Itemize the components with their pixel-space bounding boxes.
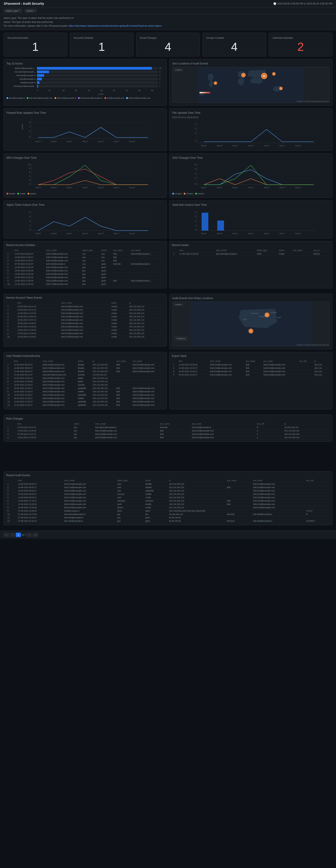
row-num: 4 <box>6 262 13 266</box>
table-cell: Bob <box>112 252 130 255</box>
table-cell: bob1234@example.com <box>262 366 298 370</box>
svg-text:1: 1 <box>195 224 196 226</box>
guide-link[interactable]: https://developer.1password.com/docs/eve… <box>68 24 161 27</box>
table-cell: 02-05-2024 12:45:27 <box>177 373 209 376</box>
bar-fill <box>37 67 152 70</box>
table-cell <box>225 509 252 513</box>
table-row: 107-08-2024 15:40:20bob-admin@example.io… <box>172 252 330 255</box>
svg-text:0: 0 <box>37 89 38 92</box>
table-cell <box>130 259 164 262</box>
table-row: 114-08-2024 18:55:36bob1234@example.comB… <box>172 363 330 366</box>
svg-text:Nanchang: Nanchang <box>251 312 258 314</box>
table-row: 1107-08-2024 15:42:07bob-bob@example.iog… <box>6 516 330 519</box>
table-cell <box>305 502 330 506</box>
table-cell: bob1234@example.com <box>63 482 116 486</box>
row-num: 5 <box>6 266 13 269</box>
table-cell: bob1234@example.com <box>252 496 305 499</box>
table-cell: Bob <box>115 397 131 400</box>
table-cell: 163.116.205.153 <box>167 486 225 489</box>
row-num: 2 <box>6 308 16 311</box>
table-cell: 163.116.205.114 <box>128 311 164 315</box>
file-uploads-chart: File Uploads Over Time 2024-08-16 to 202… <box>169 108 332 151</box>
bar-row: bob@example.io 2 <box>6 81 164 84</box>
table-cell: Bob <box>225 499 252 502</box>
bar-fill <box>37 74 44 77</box>
row-num: 6 <box>6 321 16 325</box>
table-cell: 07-08-2024 15:42:57 <box>13 262 45 266</box>
top-actors-chart: Top 10 Actors bob1234@example.c... 80 bo… <box>4 59 167 106</box>
table-cell: join <box>72 429 94 432</box>
table-cell: bob1234@example.com <box>94 429 159 432</box>
action-filter[interactable]: action * <box>25 9 37 13</box>
first-page-btn[interactable]: « <box>4 533 9 537</box>
legend-item: bob1234@example.com <box>126 97 151 99</box>
table-cell: 163.116.205.153 <box>91 393 115 397</box>
row-num: 3 <box>6 259 13 262</box>
legend-item: alice@example.io <box>6 97 25 99</box>
table-cell: 14-06-2024 18:14:12 <box>16 305 60 308</box>
table-cell: 163.116.205.114 <box>128 321 164 325</box>
row-num: 3 <box>6 489 17 492</box>
row-num: 6 <box>6 269 13 272</box>
geo-map: 1 7 80 2 1 <box>172 67 330 103</box>
legend-item: bob.besson@example.io <box>78 97 102 99</box>
risky-map: Nanchang Changsha Guilin Shanghai Taipei… <box>172 302 330 346</box>
row-num: 7 <box>6 325 16 328</box>
table-cell: bob1234@example.com <box>131 370 164 373</box>
bar-row: bob.besson@example... 1 <box>6 85 164 88</box>
last-page-btn[interactable]: » <box>33 533 38 537</box>
table-cell: patch <box>144 509 168 513</box>
page-1-btn[interactable]: 1 <box>16 533 21 537</box>
table-cell: Bob <box>115 370 131 373</box>
svg-text:Aug 19: Aug 19 <box>295 186 301 188</box>
table-cell: disable <box>144 486 168 489</box>
svg-text:Aug 15: Aug 15 <box>264 186 270 188</box>
row-num: 9 <box>6 279 13 282</box>
svg-text:10: 10 <box>28 163 30 166</box>
chart-legend: alice@example.iobob-admin@example.combob… <box>6 97 164 99</box>
table-cell: create <box>144 496 168 499</box>
table-cell: 07-08-2024 13:08:55 <box>17 509 63 513</box>
svg-text:8: 8 <box>29 211 30 213</box>
table-cell: Bob <box>244 366 262 370</box>
table-cell: uva <box>81 259 100 262</box>
table-cell: modify <box>144 502 168 506</box>
table-cell: A <box>255 432 283 436</box>
next-page-btn[interactable]: › <box>27 533 32 537</box>
table-cell: bob1234@example.com <box>252 486 305 489</box>
prev-page-btn[interactable]: ‹ <box>10 533 15 537</box>
table-row: 424-06-2024 14:59:19bob1234@example.comc… <box>6 315 164 318</box>
table-cell <box>252 509 305 513</box>
table-cell: bob1234@example.com <box>45 255 81 259</box>
table-cell <box>225 492 252 496</box>
table-cell: Bob <box>112 255 130 259</box>
bar-container <box>37 74 158 77</box>
row-num: 9 <box>6 509 17 513</box>
table-row: 107-08-2024 15:51:37joinbob-admin@exampl… <box>6 426 330 429</box>
row-num: 4 <box>6 373 12 376</box>
table-cell: 07-08-2024 08:13:37 <box>12 373 41 376</box>
table-cell: bob1234@example.com <box>209 373 244 376</box>
table-cell <box>305 486 330 489</box>
table-cell: bob1234@example.com <box>63 506 116 509</box>
table-cell: create <box>110 318 128 321</box>
table-row: 213-05-2024 12:45:30joinbob1234@example.… <box>6 429 330 432</box>
table-cell: bob1234@example.com <box>131 400 164 403</box>
table-cell: updatelfa <box>77 393 91 397</box>
table-cell: uva <box>81 252 100 255</box>
table-cell <box>130 272 164 276</box>
bar-value: 8 <box>159 71 164 73</box>
svg-text:1: 1 <box>266 314 268 316</box>
object-type-filter[interactable]: object_type * <box>4 9 22 13</box>
table-row: 813-05-2024 12:45:30bob1234@example.comg… <box>6 276 164 279</box>
svg-text:2: 2 <box>195 220 196 222</box>
svg-text:Aug 07: Aug 07 <box>35 232 41 235</box>
table-cell: 07-08-2024 15:51:37 <box>16 426 72 429</box>
table-cell: R <box>305 513 330 516</box>
table-cell: bob1234@example.com <box>41 393 77 397</box>
svg-text:2: 2 <box>274 73 275 75</box>
row-num: 3 <box>6 370 12 373</box>
mfa-chart: MFA Changes Over Time 10 8 6 4 2 0 <box>4 153 167 198</box>
svg-text:6: 6 <box>29 121 30 123</box>
table-cell: Bob <box>244 363 262 366</box>
